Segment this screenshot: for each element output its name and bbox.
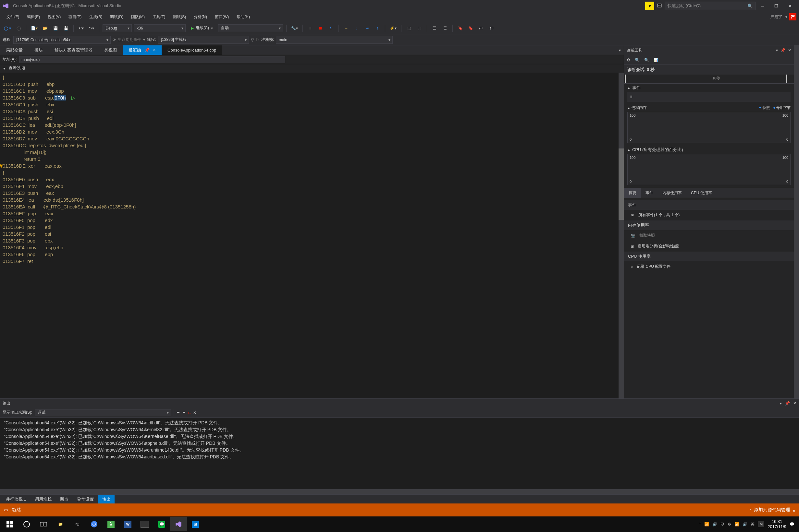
wrap-icon[interactable]: ⎌ [188, 411, 190, 415]
undo-button[interactable]: ↶▾ [77, 24, 85, 33]
goto-icon[interactable]: ≣ [182, 411, 186, 415]
heap-analysis-button[interactable]: ⊞启用堆分析(会影响性能) [624, 241, 794, 251]
tray-icon-1[interactable]: 📶 [704, 522, 709, 527]
app-icon-green[interactable]: λ [103, 517, 120, 531]
file-explorer-icon[interactable]: 📁 [52, 517, 69, 531]
btab-breakpoints[interactable]: 断点 [56, 495, 72, 504]
open-file-button[interactable]: 📂 [41, 24, 49, 33]
tool-icon-3[interactable]: ⬚ [415, 24, 423, 33]
clear-icon[interactable]: ✕ [193, 411, 196, 415]
taskbar-clock[interactable]: 16:31 2017/11/9 [767, 519, 786, 529]
menu-file[interactable]: 文件(F) [3, 13, 23, 21]
scrollbar-thumb[interactable] [619, 149, 624, 220]
tray-icon-2[interactable]: 🔊 [712, 522, 717, 527]
dropdown-icon[interactable]: ▾ [780, 401, 782, 405]
visual-studio-icon[interactable] [170, 517, 187, 531]
step-into-button[interactable]: ↓ [352, 24, 361, 33]
menu-help[interactable]: 帮助(H) [233, 13, 254, 21]
zoom-out-icon[interactable]: 🔍 [644, 58, 649, 62]
snapshot-button[interactable]: 📷截取快照 [624, 230, 794, 241]
view-options-row[interactable]: ▼ 查看选项 [0, 64, 624, 73]
menu-test[interactable]: 测试(S) [169, 13, 190, 21]
quick-launch-input[interactable]: 快速启动 (Ctrl+Q) 🔍 [665, 2, 756, 10]
btab-output[interactable]: 输出 [98, 495, 114, 504]
notification-center-icon[interactable]: 💬 [789, 522, 795, 527]
record-cpu-button[interactable]: ○记录 CPU 配置文件 [624, 261, 794, 272]
btab-parallel-watch[interactable]: 并行监视 1 [2, 495, 30, 504]
breakpoint-icon[interactable]: ◉ [0, 163, 3, 169]
tray-chevron-icon[interactable]: ˄ [699, 522, 701, 527]
ime-lang[interactable]: 英 [751, 521, 755, 527]
save-all-button[interactable]: 💾 [62, 24, 70, 33]
restart-button[interactable]: ↻ [327, 24, 335, 33]
zoom-in-icon[interactable]: 🔍 [635, 58, 640, 62]
menu-team[interactable]: 团队(M) [127, 13, 149, 21]
lifecycle-icon[interactable]: ⟳ [113, 38, 116, 42]
bookmark-next-icon[interactable]: 🏷 [477, 24, 485, 33]
gear-icon[interactable]: ⚙ [627, 58, 630, 62]
tab-locals[interactable]: 局部变量 [0, 45, 29, 55]
menu-edit[interactable]: 编辑(E) [23, 13, 44, 21]
diag-tab-memory[interactable]: 内存使用率 [658, 188, 686, 198]
notification-flag-icon[interactable]: ▾ [645, 2, 654, 10]
tool-icon-4[interactable]: ☰ [430, 24, 439, 33]
tray-icon-4[interactable]: ⚙ [728, 522, 731, 527]
maximize-button[interactable]: ❐ [770, 1, 783, 11]
menu-debug[interactable]: 调试(D) [106, 13, 127, 21]
redo-button[interactable]: ↷▾ [87, 24, 96, 33]
user-avatar-badge[interactable]: 严 [789, 13, 796, 20]
btab-exceptions[interactable]: 异常设置 [73, 495, 98, 504]
step-out-button[interactable]: ↑ [373, 24, 382, 33]
dropdown-icon[interactable]: ▾ [776, 48, 778, 53]
add-source-control[interactable]: 添加到源代码管理 [754, 507, 790, 513]
reset-zoom-icon[interactable]: 📊 [654, 58, 658, 62]
ime-mode[interactable]: M [758, 521, 764, 527]
tool-icon-5[interactable]: ☰ [441, 24, 449, 33]
user-name[interactable]: 严启宇 [767, 13, 785, 21]
disassembly-view[interactable]: {013516C0 push ebp013516C1 mov ebp,esp01… [0, 73, 624, 398]
scrollbar-track[interactable] [619, 73, 624, 398]
tray-icon-3[interactable]: 🗨 [721, 522, 724, 527]
platform-combo[interactable]: x86 [134, 24, 186, 32]
show-next-stmt-button[interactable]: → [342, 24, 350, 33]
all-events-link[interactable]: 👁所有事件(1 个，共 1 个) [624, 210, 794, 221]
publish-icon[interactable]: ↑ [749, 507, 751, 513]
timeline[interactable]: 10秒 [624, 75, 794, 84]
find-icon[interactable]: ≣ [177, 411, 180, 415]
feedback-icon[interactable] [655, 2, 664, 10]
close-pane-icon[interactable]: ✕ [793, 401, 796, 405]
tool-icon-1[interactable]: 🔧▾ [290, 24, 299, 33]
menu-tools[interactable]: 工具(T) [149, 13, 169, 21]
btab-call-stack[interactable]: 调用堆栈 [31, 495, 55, 504]
output-source-combo[interactable]: 调试 [35, 409, 171, 416]
save-button[interactable]: 💾 [51, 24, 60, 33]
close-button[interactable]: ✕ [783, 1, 796, 11]
word-icon[interactable]: W [120, 517, 136, 531]
pin-icon[interactable]: 📌 [785, 401, 790, 405]
task-view-icon[interactable] [35, 517, 52, 531]
tab-solution-explorer[interactable]: 解决方案资源管理器 [49, 45, 98, 55]
close-pane-icon[interactable]: ✕ [788, 48, 791, 53]
start-button[interactable] [1, 517, 18, 531]
nav-fwd-button[interactable]: ◯ [14, 24, 23, 33]
tab-modules[interactable]: 模块 [29, 45, 49, 55]
filter-icon[interactable]: ▽ [251, 38, 254, 42]
cortana-icon[interactable] [18, 517, 35, 531]
minimize-button[interactable]: ─ [756, 1, 769, 11]
system-tray[interactable]: ˄ 📶 🔊 🗨 ⚙ 📶 🔊 英 M 16:31 2017/11/9 💬 [696, 519, 798, 529]
diag-tab-summary[interactable]: 摘要 [624, 188, 641, 198]
menu-build[interactable]: 生成(B) [85, 13, 106, 21]
close-tab-icon[interactable]: ✕ [153, 48, 156, 52]
menu-project[interactable]: 项目(P) [65, 13, 85, 21]
hex-icon[interactable]: ⬚ [405, 24, 413, 33]
stackframe-combo[interactable]: main [276, 36, 393, 44]
tab-disassembly[interactable]: 反汇编 📌 ✕ [123, 45, 162, 55]
tool-icon-2[interactable]: ⚡▾ [388, 24, 398, 33]
new-project-button[interactable]: 📄▾ [30, 24, 39, 33]
stop-button[interactable]: ⏹ [316, 24, 325, 33]
pin-icon[interactable]: 📌 [144, 48, 150, 53]
output-scrollbar[interactable] [0, 489, 799, 494]
diag-scrollbar[interactable] [794, 45, 799, 398]
menu-view[interactable]: 视图(V) [44, 13, 65, 21]
thread-combo[interactable]: [13896] 主线程 [158, 36, 249, 44]
